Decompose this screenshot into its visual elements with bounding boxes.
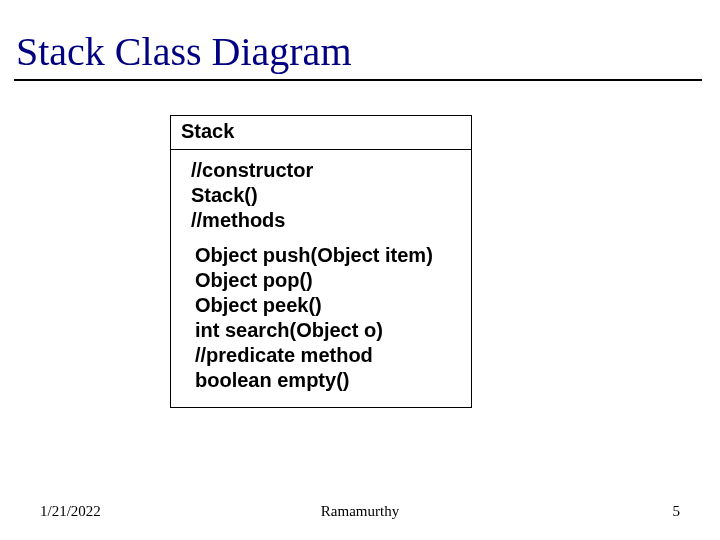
uml-line: //constructor (191, 158, 457, 183)
uml-class-box: Stack //constructor Stack() //methods Ob… (170, 115, 472, 408)
title-underline (14, 79, 702, 81)
footer-author: Ramamurthy (0, 503, 720, 520)
uml-line: Object peek() (195, 293, 457, 318)
uml-section-constructor: //constructor Stack() //methods (171, 156, 471, 237)
footer-page-number: 5 (673, 503, 681, 520)
uml-line: int search(Object o) (195, 318, 457, 343)
uml-line: boolean empty() (195, 368, 457, 393)
uml-line: Object pop() (195, 268, 457, 293)
uml-class-name: Stack (171, 116, 471, 150)
uml-line: Stack() (191, 183, 457, 208)
uml-line: //methods (191, 208, 457, 233)
uml-line: //predicate method (195, 343, 457, 368)
slide: Stack Class Diagram Stack //constructor … (0, 0, 720, 540)
uml-section-methods: Object push(Object item) Object pop() Ob… (171, 237, 471, 393)
uml-class-body: //constructor Stack() //methods Object p… (171, 150, 471, 407)
slide-title: Stack Class Diagram (0, 0, 720, 79)
uml-line: Object push(Object item) (195, 243, 457, 268)
